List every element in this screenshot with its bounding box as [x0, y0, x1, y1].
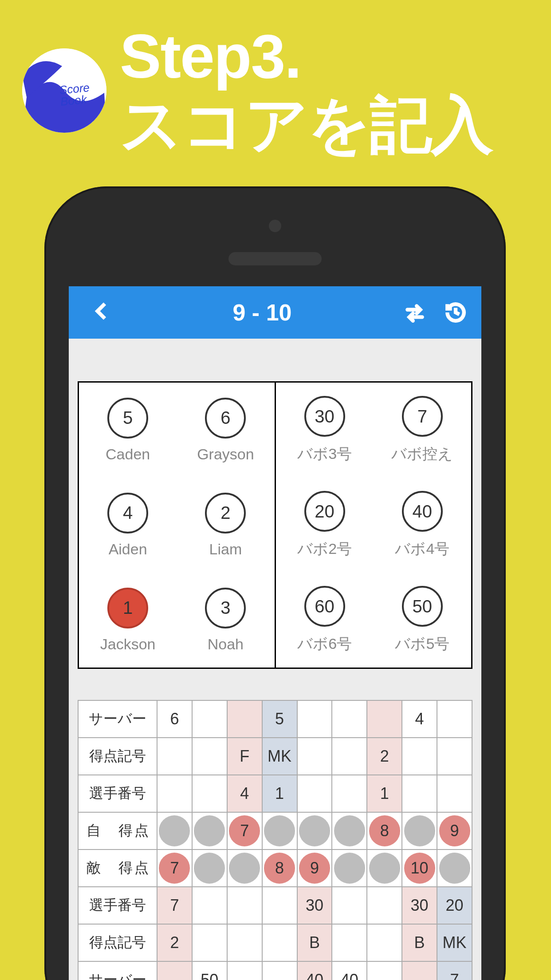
score-dot-cell[interactable]: [192, 850, 227, 887]
score-cell[interactable]: [157, 775, 192, 812]
score-dot-cell[interactable]: 8: [367, 812, 402, 850]
score-cell[interactable]: 30: [297, 887, 332, 924]
score-cell[interactable]: [332, 700, 367, 738]
score-cell[interactable]: [367, 887, 402, 924]
score-dot-cell[interactable]: [332, 812, 367, 850]
score-cell[interactable]: [402, 738, 437, 775]
score-dot: 7: [159, 853, 190, 884]
score-cell[interactable]: [227, 887, 262, 924]
score-dot-cell[interactable]: [402, 812, 437, 850]
score-cell[interactable]: 2: [367, 738, 402, 775]
score-dot-cell[interactable]: [192, 812, 227, 850]
score-dot-cell[interactable]: 7: [157, 850, 192, 887]
score-dot-cell[interactable]: [262, 812, 297, 850]
score-dot-cell[interactable]: 9: [437, 812, 472, 850]
score-cell[interactable]: 30: [402, 887, 437, 924]
score-cell[interactable]: [367, 700, 402, 738]
player-slot[interactable]: 3Noah: [205, 588, 246, 653]
row-label: 選手番号: [78, 887, 157, 924]
score-cell[interactable]: [192, 924, 227, 961]
score-dot-cell[interactable]: 9: [297, 850, 332, 887]
player-slot[interactable]: 30バボ3号: [297, 396, 352, 464]
score-cell[interactable]: 50: [192, 961, 227, 980]
player-slot[interactable]: 20バボ2号: [297, 491, 352, 559]
player-name: Noah: [205, 636, 246, 653]
score-cell[interactable]: 7: [437, 961, 472, 980]
score-cell[interactable]: [262, 887, 297, 924]
player-slot[interactable]: 1Jackson: [100, 588, 156, 653]
score-cell[interactable]: [227, 961, 262, 980]
score-cell[interactable]: B: [297, 924, 332, 961]
player-name: バボ控え: [391, 444, 453, 464]
player-slot[interactable]: 7バボ控え: [391, 396, 453, 464]
score-cell[interactable]: [192, 700, 227, 738]
score-cell[interactable]: [297, 738, 332, 775]
score-cell[interactable]: 40: [297, 961, 332, 980]
score-cell[interactable]: [262, 961, 297, 980]
swap-button[interactable]: [402, 300, 427, 325]
score-dot-cell[interactable]: [157, 812, 192, 850]
score-cell[interactable]: [332, 887, 367, 924]
score-cell[interactable]: 5: [262, 700, 297, 738]
score-cell[interactable]: [402, 775, 437, 812]
score-cell[interactable]: [227, 700, 262, 738]
score-dot-cell[interactable]: [332, 850, 367, 887]
score-cell[interactable]: [332, 738, 367, 775]
score-cell[interactable]: [367, 924, 402, 961]
score-cell[interactable]: MK: [262, 738, 297, 775]
score-cell[interactable]: 4: [227, 775, 262, 812]
score-cell[interactable]: 4: [402, 700, 437, 738]
score-cell[interactable]: [367, 961, 402, 980]
player-slot[interactable]: 60バボ6号: [297, 586, 352, 654]
score-cell[interactable]: 6: [157, 700, 192, 738]
player-number-circle: 40: [402, 491, 443, 532]
score-dot-cell[interactable]: [367, 850, 402, 887]
row-label: 得点記号: [78, 738, 157, 775]
score-dot-cell[interactable]: [227, 850, 262, 887]
phone-camera: [269, 220, 281, 232]
score-cell[interactable]: [157, 738, 192, 775]
score-cell[interactable]: F: [227, 738, 262, 775]
score-cell[interactable]: [437, 700, 472, 738]
score-dot-cell[interactable]: 10: [402, 850, 437, 887]
score-cell[interactable]: [402, 961, 437, 980]
score-dot: [334, 815, 365, 846]
player-slot[interactable]: 50バボ5号: [395, 586, 449, 654]
score-cell[interactable]: MK: [437, 924, 472, 961]
score-dot-cell[interactable]: 8: [262, 850, 297, 887]
player-name: Liam: [205, 541, 246, 558]
score-cell[interactable]: [332, 924, 367, 961]
score-cell[interactable]: 2: [157, 924, 192, 961]
score-cell[interactable]: [262, 924, 297, 961]
player-slot[interactable]: 6Grayson: [197, 398, 254, 463]
score-cell[interactable]: [192, 738, 227, 775]
score-cell[interactable]: 1: [367, 775, 402, 812]
score-cell[interactable]: [297, 775, 332, 812]
score-cell[interactable]: [297, 700, 332, 738]
player-slot[interactable]: 2Liam: [205, 493, 246, 558]
score-cell[interactable]: 7: [157, 887, 192, 924]
score-cell[interactable]: [332, 775, 367, 812]
player-slot[interactable]: 5Caden: [106, 398, 150, 463]
score-dot-cell[interactable]: [297, 812, 332, 850]
player-slot[interactable]: 4Aiden: [107, 493, 148, 558]
score-cell[interactable]: [437, 738, 472, 775]
logo-text: ScoreBook: [59, 82, 91, 107]
score-dot-cell[interactable]: [437, 850, 472, 887]
score-cell[interactable]: [157, 961, 192, 980]
player-slot[interactable]: 40バボ4号: [395, 491, 449, 559]
back-button[interactable]: [82, 292, 122, 333]
score-cell[interactable]: [227, 924, 262, 961]
score-dot: 8: [264, 853, 295, 884]
score-cell[interactable]: B: [402, 924, 437, 961]
history-button[interactable]: [443, 300, 468, 325]
score-cell[interactable]: [192, 887, 227, 924]
score-cell[interactable]: [192, 775, 227, 812]
score-cell[interactable]: [437, 775, 472, 812]
score-cell[interactable]: 1: [262, 775, 297, 812]
score-cell[interactable]: 40: [332, 961, 367, 980]
player-name: Aiden: [107, 541, 148, 558]
swap-icon: [404, 301, 426, 324]
score-cell[interactable]: 20: [437, 887, 472, 924]
score-dot-cell[interactable]: 7: [227, 812, 262, 850]
